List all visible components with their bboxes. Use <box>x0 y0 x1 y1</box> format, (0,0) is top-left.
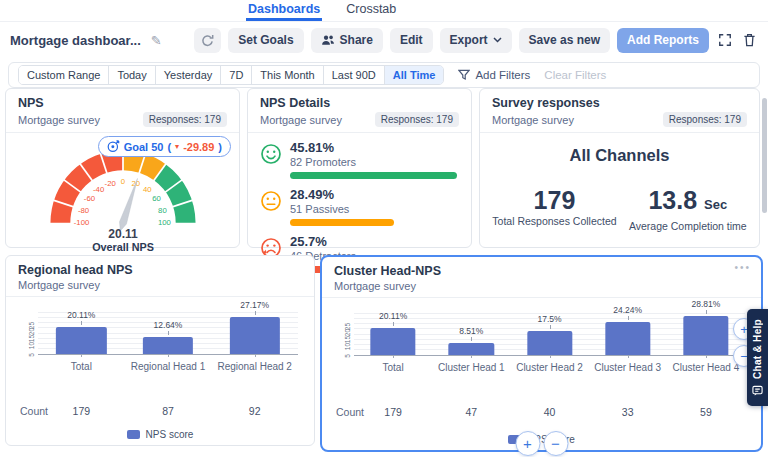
svg-text:-20: -20 <box>104 179 116 188</box>
filter-range-today[interactable]: Today <box>109 66 155 84</box>
svg-text:-80: -80 <box>77 206 89 215</box>
save-as-new-button[interactable]: Save as new <box>519 28 610 53</box>
card-subtitle: Mortgage survey <box>492 114 574 126</box>
responses-badge: Responses: 179 <box>375 112 459 127</box>
add-reports-button[interactable]: Add Reports <box>617 28 709 53</box>
category-label: Cluster Head 2 <box>510 362 588 373</box>
fullscreen-button[interactable] <box>716 33 734 47</box>
nps-bar[interactable] <box>605 322 650 355</box>
share-button[interactable]: Share <box>311 28 383 53</box>
people-icon <box>321 34 335 46</box>
responses-badge: Responses: 179 <box>143 112 227 127</box>
chart-zoom-in-button[interactable]: + <box>515 431 540 456</box>
y-axis-tick: 5 <box>28 353 35 357</box>
category-tick <box>255 354 256 357</box>
page-scrollbar[interactable] <box>762 98 767 213</box>
filter-range-this-month[interactable]: This Month <box>252 66 323 84</box>
nps-bar[interactable] <box>527 331 572 355</box>
nps-bar[interactable] <box>370 328 415 355</box>
count-value: 40 <box>510 406 588 418</box>
category-label: Cluster Head 1 <box>432 362 510 373</box>
card-subtitle: Mortgage survey <box>18 279 100 291</box>
y-axis-tick: 25 <box>344 323 351 330</box>
gauge-value: 20.11 <box>108 227 138 241</box>
bar-value-label: 24.24% <box>613 305 642 315</box>
chevron-down-icon <box>493 37 502 43</box>
count-value: 59 <box>667 406 745 418</box>
plot-area: 51015202520.11%12.64%27.17% <box>38 313 298 355</box>
gauge-needle <box>119 178 137 231</box>
filter-range-custom-range[interactable]: Custom Range <box>19 66 109 84</box>
category-label: Total <box>38 361 125 372</box>
filter-range-yesterday[interactable]: Yesterday <box>156 66 222 84</box>
bar-slot: 12.64% <box>125 313 212 354</box>
total-responses-metric: 179 Total Responses Collected <box>492 187 616 232</box>
date-range-segments: Custom RangeTodayYesterday7DThis MonthLa… <box>18 65 444 85</box>
svg-text:-100: -100 <box>73 218 89 227</box>
clear-filters-button[interactable]: Clear Filters <box>544 69 606 81</box>
goal-chip[interactable]: Goal 50 (▾-29.89) <box>98 136 231 157</box>
refresh-button[interactable] <box>194 28 221 53</box>
svg-text:60: 60 <box>152 194 161 203</box>
export-button[interactable]: Export <box>440 28 512 53</box>
regional-head-nps-card: Regional head NPS Mortgage survey 510152… <box>5 255 315 446</box>
bar-slot: 20.11% <box>38 313 125 354</box>
goal-target-icon <box>107 140 120 153</box>
category-label: Regional Head 1 <box>125 361 212 372</box>
detail-bar[interactable] <box>290 172 457 179</box>
card-title: Survey responses <box>492 96 747 110</box>
cluster-head-nps-card[interactable]: ••• Cluster Head-NPS Mortgage survey 510… <box>320 255 763 452</box>
svg-text:0: 0 <box>120 177 125 186</box>
count-value: 179 <box>354 406 432 418</box>
responses-badge: Responses: 179 <box>663 112 747 127</box>
value-leader-tick <box>628 316 629 320</box>
card-title: NPS Details <box>260 96 459 110</box>
nps-bar[interactable] <box>449 343 494 355</box>
count-row: Count1798792 <box>38 405 298 417</box>
category-label: Regional Head 2 <box>211 361 298 372</box>
survey-responses-card: Survey responses Mortgage survey Respons… <box>479 88 760 248</box>
legend-nps-score[interactable]: NPS score <box>6 429 314 440</box>
tab-crosstab[interactable]: Crosstab <box>344 0 398 21</box>
dashboard-title: Mortgage dashboar... <box>10 33 141 48</box>
chat-and-help-tab[interactable]: Chat & Help <box>747 309 768 406</box>
nps-details-card: NPS Details Mortgage survey Responses: 1… <box>247 88 472 248</box>
category-tick <box>393 355 394 358</box>
bar-slot: 17.5% <box>510 314 588 355</box>
edit-button[interactable]: Edit <box>390 28 433 53</box>
nps-bar[interactable] <box>56 327 106 354</box>
svg-text:40: 40 <box>143 185 152 194</box>
set-goals-button[interactable]: Set Goals <box>228 28 303 53</box>
chart-zoom-out-button[interactable]: − <box>543 431 568 456</box>
nps-bar[interactable] <box>683 316 728 355</box>
value-leader-tick <box>550 325 551 329</box>
y-axis-tick: 25 <box>28 322 35 329</box>
nps-bar[interactable] <box>143 337 193 354</box>
filter-range-7d[interactable]: 7D <box>221 66 252 84</box>
card-subtitle: Mortgage survey <box>260 114 342 126</box>
category-axis: TotalCluster Head 1Cluster Head 2Cluster… <box>354 362 745 373</box>
nps-bar[interactable] <box>230 317 280 354</box>
card-title: Cluster Head-NPS <box>334 264 749 278</box>
y-axis-tick: 20 <box>28 328 35 335</box>
delete-dashboard-button[interactable] <box>741 33 758 47</box>
card-overflow-menu-icon[interactable]: ••• <box>734 262 751 273</box>
dashboard-app: Dashboards Crosstab Mortgage dashboar...… <box>0 0 768 457</box>
filter-range-all-time[interactable]: All Time <box>385 66 444 84</box>
bar-value-label: 12.64% <box>154 320 183 330</box>
filter-range-last-90d[interactable]: Last 90D <box>324 66 385 84</box>
y-axis-tick: 10 <box>344 343 351 350</box>
category-label: Cluster Head 3 <box>589 362 667 373</box>
count-value: 87 <box>125 405 212 417</box>
y-axis-tick: 10 <box>28 342 35 349</box>
category-tick <box>81 354 82 357</box>
add-filters-button[interactable]: Add Filters <box>458 69 530 81</box>
detail-bar[interactable] <box>290 219 394 226</box>
category-tick <box>706 355 707 358</box>
edit-title-pencil-icon[interactable]: ✎ <box>151 33 162 48</box>
bar-value-label: 17.5% <box>537 314 561 324</box>
tab-dashboards[interactable]: Dashboards <box>246 0 322 21</box>
bar-value-label: 8.51% <box>459 326 483 336</box>
y-axis-tick: 20 <box>344 329 351 336</box>
bar-slot: 27.17% <box>211 313 298 354</box>
